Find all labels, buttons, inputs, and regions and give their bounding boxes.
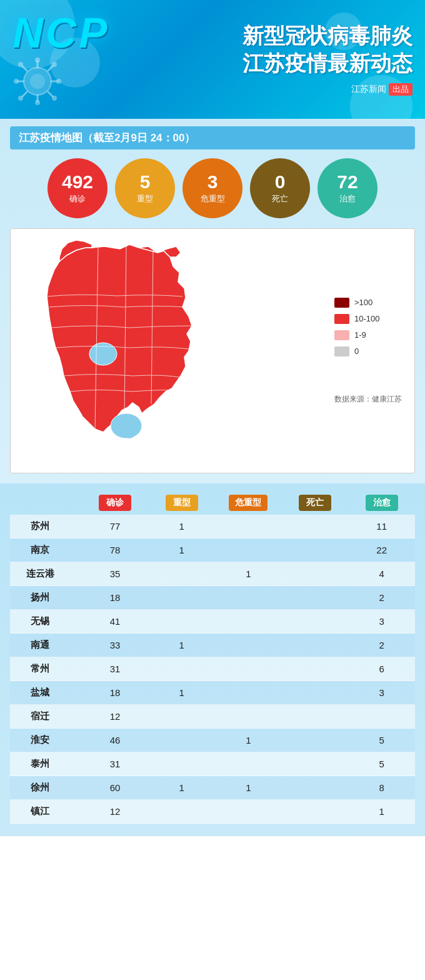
confirmed-cell: 18 — [82, 681, 149, 705]
severe-cell: 1 — [148, 538, 215, 562]
city-name: 盐城 — [10, 681, 70, 705]
map-title: 江苏疫情地图（截至2月9日 24：00） — [10, 126, 415, 149]
severe-cell — [148, 586, 215, 610]
confirmed-num: 492 — [62, 173, 93, 191]
confirmed-cell: 77 — [82, 515, 149, 538]
death-cell — [282, 729, 349, 752]
table-row: 南京78122 — [10, 538, 415, 562]
svg-line-16 — [22, 92, 27, 96]
table-row: 泰州315 — [10, 752, 415, 776]
table-row: 镇江121 — [10, 800, 415, 824]
critical-num: 3 — [208, 173, 218, 191]
critical-cell — [215, 610, 282, 634]
table-header-row: 确诊 重型 危重型 死亡 治愈 — [10, 491, 415, 515]
legend-label-0: 0 — [354, 346, 359, 356]
recovered-cell: 6 — [348, 657, 415, 681]
th-recovered: 治愈 — [348, 491, 415, 515]
city-name: 泰州 — [10, 752, 70, 776]
severe-num: 5 — [140, 173, 151, 191]
severe-cell — [148, 752, 215, 776]
severe-cell — [148, 562, 215, 586]
death-cell — [282, 681, 349, 705]
recovered-cell: 11 — [348, 515, 415, 538]
legend-item-0: 0 — [334, 346, 379, 356]
critical-cell — [215, 705, 282, 729]
data-table: 确诊 重型 危重型 死亡 治愈 苏州77111南京78122连云港3514扬州1… — [10, 491, 415, 824]
death-cell — [282, 776, 349, 800]
legend-color-10-100 — [334, 314, 349, 324]
recovered-cell: 3 — [348, 681, 415, 705]
svg-point-15 — [52, 62, 57, 67]
map-svg — [17, 235, 242, 467]
data-source: 数据来源：健康江苏 — [334, 394, 402, 405]
severe-cell: 1 — [148, 681, 215, 705]
recovered-cell: 5 — [348, 729, 415, 752]
svg-point-7 — [14, 79, 19, 84]
severe-cell — [148, 800, 215, 824]
spacer — [70, 586, 82, 610]
city-name: 徐州 — [10, 776, 70, 800]
critical-cell — [215, 634, 282, 657]
map-section: 江苏疫情地图（截至2月9日 24：00） 492 确诊 5 重型 3 危重型 0… — [0, 119, 425, 483]
recovered-cell: 22 — [348, 538, 415, 562]
recovered-cell: 8 — [348, 776, 415, 800]
severe-cell: 1 — [148, 776, 215, 800]
table-row: 南通3312 — [10, 634, 415, 657]
header-left: NCP — [12, 11, 110, 106]
spacer — [70, 800, 82, 824]
stat-severe: 5 重型 — [115, 158, 175, 218]
legend-color-100plus — [334, 298, 349, 308]
severe-cell — [148, 705, 215, 729]
legend-item-1-9: 1-9 — [334, 330, 379, 340]
virus-icon — [12, 56, 62, 106]
svg-point-9 — [56, 79, 61, 84]
spacer — [70, 752, 82, 776]
critical-cell — [215, 752, 282, 776]
city-name: 扬州 — [10, 586, 70, 610]
death-cell — [282, 657, 349, 681]
sub-brand: 江苏新闻 出品 — [122, 83, 412, 96]
header: NCP 新型冠状病毒肺炎江苏疫情最新动态 江苏新闻 出品 — [0, 0, 425, 119]
confirmed-cell: 33 — [82, 634, 149, 657]
stat-confirmed: 492 确诊 — [48, 158, 108, 218]
severe-cell: 1 — [148, 634, 215, 657]
th-critical-label: 危重型 — [229, 495, 268, 511]
critical-cell — [215, 515, 282, 538]
city-name: 淮安 — [10, 729, 70, 752]
death-cell — [282, 752, 349, 776]
th-death-label: 死亡 — [299, 495, 331, 511]
confirmed-cell: 31 — [82, 657, 149, 681]
svg-line-12 — [48, 92, 52, 96]
death-cell — [282, 562, 349, 586]
city-name: 苏州 — [10, 515, 70, 538]
th-severe: 重型 — [148, 491, 215, 515]
svg-point-13 — [52, 96, 57, 101]
jiangsu-map — [17, 235, 242, 467]
th-severe-label: 重型 — [166, 495, 198, 511]
svg-point-11 — [18, 62, 23, 67]
table-row: 淮安4615 — [10, 729, 415, 752]
table-row: 连云港3514 — [10, 562, 415, 586]
city-name: 无锡 — [10, 610, 70, 634]
svg-point-18 — [92, 353, 107, 363]
svg-point-20 — [115, 424, 125, 434]
spacer — [70, 515, 82, 538]
severe-cell: 1 — [148, 515, 215, 538]
death-num: 0 — [275, 173, 286, 191]
main-title: 新型冠状病毒肺炎江苏疫情最新动态 — [122, 22, 412, 77]
spacer — [70, 634, 82, 657]
legend-label-10-100: 10-100 — [354, 314, 379, 323]
critical-cell — [215, 800, 282, 824]
severe-cell — [148, 729, 215, 752]
spacer — [70, 705, 82, 729]
recovered-cell: 2 — [348, 586, 415, 610]
table-row: 宿迁12 — [10, 705, 415, 729]
stat-death: 0 死亡 — [250, 158, 310, 218]
legend-item-10-100: 10-100 — [334, 314, 379, 324]
svg-point-1 — [30, 74, 45, 89]
stats-row: 492 确诊 5 重型 3 危重型 0 死亡 72 治愈 — [10, 158, 415, 218]
table-row: 盐城1813 — [10, 681, 415, 705]
critical-cell — [215, 538, 282, 562]
recovered-cell: 3 — [348, 610, 415, 634]
confirmed-cell: 31 — [82, 752, 149, 776]
